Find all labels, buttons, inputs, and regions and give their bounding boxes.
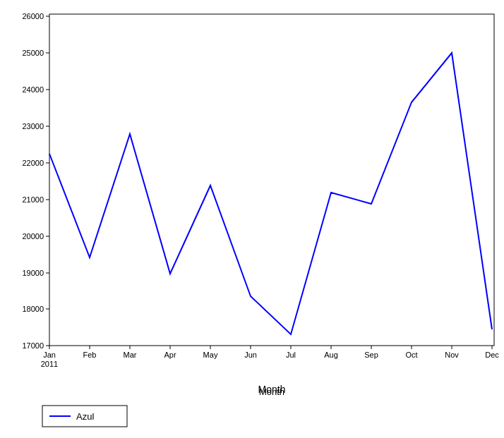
svg-text:Feb: Feb [83, 351, 97, 359]
svg-text:Jul: Jul [286, 351, 296, 359]
svg-text:22000: 22000 [22, 159, 44, 167]
svg-text:May: May [203, 351, 218, 359]
svg-text:Jan: Jan [43, 351, 56, 359]
svg-text:21000: 21000 [22, 195, 44, 204]
x-label-text: Month [258, 384, 286, 395]
svg-text:Aug: Aug [324, 351, 338, 359]
plot-area [49, 14, 494, 346]
svg-text:17000: 17000 [22, 341, 44, 350]
svg-text:26000: 26000 [22, 12, 44, 20]
chart-container: 17000 18000 19000 20000 21000 22000 2300… [0, 0, 504, 438]
svg-text:20000: 20000 [22, 232, 44, 241]
svg-text:Jun: Jun [244, 351, 257, 359]
svg-text:23000: 23000 [22, 122, 44, 130]
svg-text:Sep: Sep [364, 351, 378, 359]
svg-text:Dec: Dec [485, 351, 499, 359]
svg-text:19000: 19000 [22, 269, 44, 277]
svg-text:25000: 25000 [22, 49, 44, 57]
svg-text:24000: 24000 [22, 85, 44, 94]
svg-text:Apr: Apr [164, 351, 176, 359]
svg-text:Nov: Nov [445, 351, 459, 359]
svg-text:2011: 2011 [41, 360, 58, 368]
svg-text:18000: 18000 [22, 305, 44, 313]
svg-text:Mar: Mar [124, 351, 137, 359]
svg-text:Oct: Oct [405, 351, 417, 359]
legend-label: Azul [76, 411, 94, 422]
